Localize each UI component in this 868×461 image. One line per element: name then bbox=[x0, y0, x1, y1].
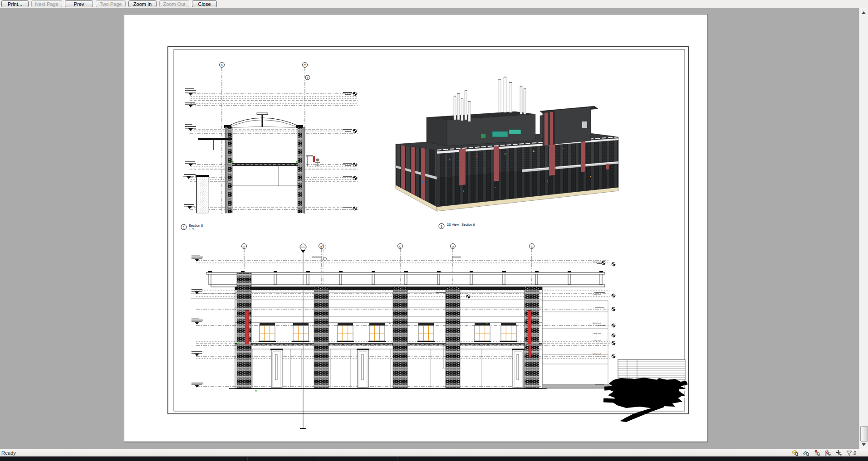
drag-elements-on-selection-icon[interactable] bbox=[835, 450, 843, 456]
view-caption-section: 1 Section 8 1 : 50 bbox=[181, 223, 203, 231]
red-element bbox=[313, 156, 315, 162]
red-accent-panel bbox=[245, 311, 249, 345]
close-button[interactable]: Close bbox=[192, 0, 217, 7]
rooftop-equipment bbox=[492, 131, 508, 137]
roof-pergola bbox=[206, 271, 605, 287]
zoom-in-button[interactable]: Zoom In bbox=[128, 0, 157, 7]
scroll-down-button[interactable] bbox=[859, 440, 868, 449]
view-number: 1 bbox=[183, 226, 185, 229]
view-scale: 1 : 50 bbox=[189, 228, 195, 231]
redaction-scribble bbox=[603, 378, 688, 422]
grid-bubble-label: C bbox=[399, 245, 402, 248]
elevation-view: A B C D E bbox=[191, 244, 615, 430]
sheet-drawing: 9 T F bbox=[124, 15, 709, 443]
two-page-button: Two Page bbox=[96, 0, 126, 7]
preview-toolbar: Print... Next Page Prev Page Two Page Zo… bbox=[0, 0, 868, 8]
preview-canvas: 9 T F bbox=[0, 8, 859, 449]
svg-text:Ceiling Level: Ceiling Level bbox=[593, 322, 601, 324]
arrow-up-icon bbox=[862, 11, 866, 14]
grid-bubble-label: D bbox=[452, 245, 454, 248]
filter-count: :0 bbox=[853, 451, 856, 456]
grid-bubble-label: A bbox=[243, 245, 245, 248]
grid-bubble-label: B bbox=[320, 245, 322, 248]
section-view: 9 T F bbox=[181, 63, 358, 231]
print-preview-window: Print... Next Page Prev Page Two Page Zo… bbox=[0, 0, 868, 461]
status-bar: Ready bbox=[0, 449, 868, 456]
level-annotations-left bbox=[191, 255, 203, 388]
svg-text:Ceiling Level: Ceiling Level bbox=[593, 333, 601, 335]
level-annotations-right: Ceiling Level Ceiling Level Ceiling Leve… bbox=[593, 261, 615, 388]
svg-text:Ceiling Level: Ceiling Level bbox=[593, 340, 601, 342]
view-caption-axon: 3 3D View - Section 6 bbox=[439, 223, 475, 229]
level-annotations-left bbox=[183, 88, 196, 209]
select-elements-by-face-icon[interactable] bbox=[824, 450, 832, 456]
scroll-up-button[interactable] bbox=[859, 8, 868, 17]
grid-bubble-label: E bbox=[531, 245, 533, 248]
level-annotations-right bbox=[343, 92, 357, 210]
view-title: Section 8 bbox=[189, 223, 203, 228]
scrollbar-thumb[interactable] bbox=[860, 426, 868, 442]
filter-icon bbox=[846, 450, 853, 456]
select-links-icon[interactable] bbox=[792, 450, 799, 456]
select-pinned-elements-icon[interactable] bbox=[814, 450, 821, 456]
window-band bbox=[259, 323, 517, 342]
taskbar-edge bbox=[0, 456, 868, 461]
select-underlay-elements-icon[interactable] bbox=[803, 450, 810, 456]
sheet-page: 9 T F bbox=[124, 14, 708, 442]
print-button[interactable]: Print... bbox=[1, 0, 29, 7]
grid-bubble-label: T bbox=[304, 64, 306, 67]
next-page-button: Next Page bbox=[31, 0, 62, 7]
vertical-scrollbar[interactable] bbox=[859, 8, 868, 449]
svg-text:Ceiling Level: Ceiling Level bbox=[593, 261, 601, 263]
selection-filter[interactable]: :0 bbox=[846, 450, 856, 456]
status-toggle-icons: :0 bbox=[792, 449, 856, 457]
svg-text:Ceiling Level: Ceiling Level bbox=[593, 353, 601, 355]
status-text: Ready bbox=[0, 450, 16, 456]
arrow-down-icon bbox=[862, 443, 866, 446]
prev-page-button[interactable]: Prev Page bbox=[65, 0, 93, 7]
svg-text:Ceiling Level: Ceiling Level bbox=[593, 294, 601, 296]
view-title: 3D View - Section 6 bbox=[447, 223, 475, 226]
view-number: 3 bbox=[441, 225, 442, 228]
red-accent-panel bbox=[528, 311, 531, 345]
zoom-out-button: Zoom Out bbox=[159, 0, 189, 7]
grid-bubbles: A B C D E bbox=[242, 244, 535, 253]
axon-view: 3 3D View - Section 6 bbox=[396, 77, 618, 229]
